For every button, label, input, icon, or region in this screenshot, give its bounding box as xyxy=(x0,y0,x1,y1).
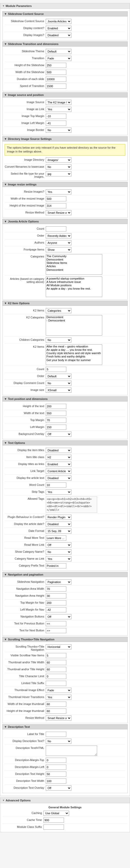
subsection-header[interactable]: ▼Image resize settings xyxy=(2,182,128,187)
param-value xyxy=(43,825,128,830)
subsection-header[interactable]: ▼Description Text xyxy=(2,724,128,730)
subsection-label: K2 Item Options xyxy=(8,302,30,305)
param-label: Caching xyxy=(2,811,43,814)
param-row: Description-Margin-Top xyxy=(5,757,125,764)
param-value xyxy=(46,772,125,777)
param-label: Transition xyxy=(5,56,46,60)
param-row: Category Name as LinkYesNo xyxy=(5,556,125,562)
subsection-header[interactable]: ▼Text position and dimensions xyxy=(2,396,128,401)
sub-group-label: General Module Settings xyxy=(2,805,128,810)
section-arrow-icon: ▼ xyxy=(2,799,5,802)
subsection-content: Slideshow ThemeDefaultDarkLightTransitio… xyxy=(2,46,128,91)
param-value: EnabledDisabled xyxy=(46,462,125,467)
param-row: Thumbnail Image EffectFadeNone xyxy=(5,687,125,694)
param-value xyxy=(46,681,125,686)
subsection-description-text: ▼Description TextLabel for TitleDisplay … xyxy=(2,724,128,793)
param-label: Label for Title xyxy=(5,732,46,736)
param-row: Image sizeXSmallSmallMediumLargeXLarge xyxy=(5,387,125,394)
param-value: Smart Resize and CropResizeCrop xyxy=(46,210,125,215)
param-label: Description Text Overlay xyxy=(5,785,46,789)
param-row: Text for Previous Button xyxy=(5,620,125,627)
param-value: OffOn xyxy=(46,785,125,790)
param-label: Navigation Buttons xyxy=(5,614,46,618)
param-value xyxy=(46,483,125,488)
param-label: Speed of Transition xyxy=(5,84,46,88)
param-value xyxy=(46,203,125,208)
param-value xyxy=(46,418,125,423)
param-label: Text for Previous Button xyxy=(5,621,46,625)
param-value: CategoriesItems xyxy=(46,308,125,313)
subsection-header[interactable]: ▼Scrolling Thumbs+Title Navigation xyxy=(2,637,128,642)
subsection-header[interactable]: ▼K2 Item Options xyxy=(2,301,128,306)
param-value xyxy=(46,425,125,430)
param-label: Display the article text xyxy=(5,475,46,479)
subsection-header[interactable]: ▼Image source and position xyxy=(2,92,128,97)
subsection-label: Navigation and pagination xyxy=(8,573,43,576)
subsection-header[interactable]: ▼Directory Image Source Settings xyxy=(2,136,128,142)
subsection-header[interactable]: ▼Navigation and pagination xyxy=(2,572,128,577)
subsection-content: Image SourceThe K2 Image fieldCustom fie… xyxy=(2,97,128,135)
param-label: Articles (based on category setting abov… xyxy=(5,277,46,283)
param-label: Categories xyxy=(5,254,46,258)
param-row: K2 ItemsAfter the meal – gastro relaxati… xyxy=(5,344,125,366)
subsection-header[interactable]: ▼Joomla Article Options xyxy=(2,219,128,224)
subsection-content: Display the item titlesDisabledEnabledIt… xyxy=(2,445,128,571)
param-label: Image Top Margin xyxy=(5,114,46,118)
param-value xyxy=(46,674,125,679)
param-label: Top Margin xyxy=(5,418,46,422)
param-label: Description-Margin-Top xyxy=(5,758,46,762)
subsection-content: Slideshow Content SourceJoomla ArticlesK… xyxy=(2,17,128,40)
param-value: OffOn xyxy=(46,542,125,548)
param-row: Visible Scrollbar Nav Items xyxy=(5,652,125,659)
param-row: CachingUse GlobalNo Caching xyxy=(2,810,128,817)
param-row: OrderDefaultRecent xyxy=(5,373,125,380)
subsection-label: Joomla Article Options xyxy=(8,220,39,223)
param-value xyxy=(46,76,125,82)
subsection-label: Image source and position xyxy=(8,93,44,96)
param-row: Module Class Suffix xyxy=(2,824,128,831)
param-row: Strip TagsYesNo xyxy=(5,489,125,496)
subsection-content: Resize Images?YesNoWidth of the resized … xyxy=(2,187,128,218)
param-label: Convert filenames to lowercase xyxy=(5,164,46,168)
param-value xyxy=(46,114,125,119)
subsection-header[interactable]: ▼Slideshow Transition and dimensions xyxy=(2,41,128,46)
param-row: K2 ItemsCategoriesItems xyxy=(5,307,125,314)
section-header[interactable]: ▼Module Parameters xyxy=(0,3,130,9)
param-label: Strip Tags xyxy=(5,489,46,493)
subsection-header[interactable]: ▼Text Options xyxy=(2,440,128,445)
param-label: Resize Method xyxy=(5,715,46,719)
param-value: HorizontalVerticalNone xyxy=(46,644,125,649)
param-label: Background Overlay xyxy=(5,432,46,435)
param-row: Thumbnail and/or Title Height xyxy=(5,666,125,673)
section-advanced-options: ▼Advanced OptionsGeneral Module Settings… xyxy=(0,798,130,832)
param-label: Width of the image thumbnail xyxy=(5,702,46,706)
param-value xyxy=(46,226,125,231)
subsection-label: Directory Image Source Settings xyxy=(8,137,52,141)
param-row: Display the article date?DisabledEnabled xyxy=(5,521,125,528)
arrow-icon: ▼ xyxy=(4,725,7,728)
section-label: Advanced Options xyxy=(6,799,31,802)
subsection-header[interactable]: ▼Slideshow Content Source xyxy=(2,11,128,17)
arrow-icon: ▼ xyxy=(4,137,7,141)
section-header[interactable]: ▼Advanced Options xyxy=(0,798,130,803)
param-label: Date Format xyxy=(5,528,46,532)
param-value: jpgpnggif xyxy=(46,171,125,177)
subsection-content: CountOrderRecently Added FirstMost Popul… xyxy=(2,224,128,300)
param-value xyxy=(43,817,128,823)
param-label: Word Count xyxy=(5,483,46,486)
param-label: Scrolling Thumbs+Title Navigation xyxy=(5,644,46,651)
param-value xyxy=(46,367,125,372)
subsection-content: The options below are only relevant if y… xyxy=(2,142,128,181)
subsection-label: Slideshow Content Source xyxy=(8,12,44,16)
param-row: Description-Margin-Left xyxy=(5,764,125,771)
param-row: Left Margin for Nav xyxy=(5,607,125,613)
param-label: Children Categories xyxy=(5,337,46,341)
param-row: OrderRecently Added FirstMost Popular xyxy=(5,232,125,240)
param-value: Recently Added FirstMost Popular xyxy=(46,233,125,239)
section-label: Module Parameters xyxy=(6,4,32,7)
param-row: Description Text OverlayOffOn xyxy=(5,785,125,792)
param-value xyxy=(46,607,125,612)
param-row: Navigation Area Height xyxy=(5,593,125,599)
param-value: Joomla ArticlesK2Directory xyxy=(46,19,125,24)
param-label: Order xyxy=(5,374,46,377)
